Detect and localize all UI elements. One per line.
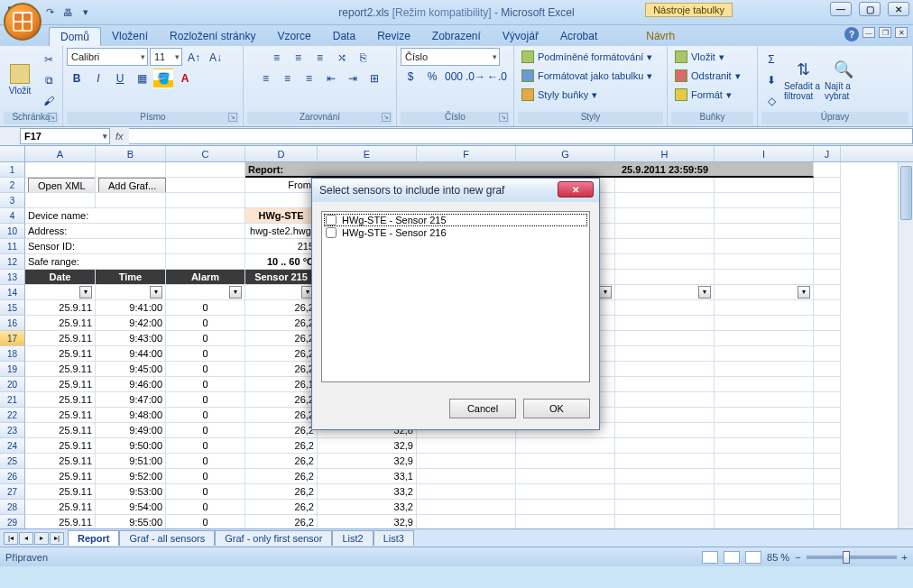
cell[interactable] <box>715 362 814 377</box>
cell[interactable] <box>417 469 516 484</box>
cell[interactable] <box>615 224 715 239</box>
cell[interactable] <box>615 178 715 193</box>
cell[interactable]: 9:49:00 <box>96 423 166 438</box>
row-header[interactable]: 18 <box>0 346 25 362</box>
cell[interactable] <box>516 469 615 484</box>
cell[interactable]: Device name: <box>25 208 166 224</box>
cell[interactable]: 0 <box>166 362 245 377</box>
cell[interactable]: 25.9.11 <box>25 346 96 362</box>
cell[interactable] <box>166 254 245 270</box>
cancel-button[interactable]: Cancel <box>449 399 516 418</box>
row-header[interactable]: 22 <box>0 408 25 423</box>
cell[interactable] <box>615 270 715 285</box>
cell[interactable]: Address: <box>25 224 166 239</box>
cell[interactable] <box>615 331 715 346</box>
cell[interactable] <box>715 392 814 408</box>
fill-color-icon[interactable]: 🪣 <box>153 69 173 88</box>
cell[interactable]: 9:55:00 <box>96 515 166 528</box>
cell[interactable]: 0 <box>166 469 245 484</box>
increase-indent-icon[interactable]: ⇥ <box>343 69 363 88</box>
row-header[interactable]: 29 <box>0 515 25 528</box>
cell[interactable] <box>615 408 715 423</box>
cell[interactable] <box>814 500 841 515</box>
cell[interactable] <box>814 239 841 254</box>
cell[interactable]: 33,2 <box>318 500 417 515</box>
open-xml-button[interactable]: Open XML <box>28 178 96 193</box>
cell[interactable]: Safe range: <box>25 254 166 270</box>
row-header[interactable]: 28 <box>0 500 25 515</box>
cell[interactable] <box>615 469 715 484</box>
qat-more-icon[interactable]: ▾ <box>78 5 94 21</box>
cell[interactable] <box>814 316 841 331</box>
row-header[interactable]: 13 <box>0 270 25 285</box>
row-header[interactable]: 24 <box>0 438 25 454</box>
align-right-icon[interactable]: ≡ <box>300 69 319 88</box>
cell[interactable]: 25.9.11 <box>25 377 96 392</box>
cell[interactable] <box>814 346 841 362</box>
add-graf-button[interactable]: Add Graf... <box>98 178 166 193</box>
column-header[interactable]: I <box>715 146 814 161</box>
cell[interactable]: 25.9.11 <box>25 423 96 438</box>
qat-print-icon[interactable]: 🖶 <box>60 5 76 21</box>
clear-icon[interactable]: ◇ <box>761 91 781 111</box>
cell[interactable] <box>25 162 96 178</box>
cell[interactable] <box>615 316 715 331</box>
filter-dropdown-icon[interactable]: ▾ <box>798 286 810 299</box>
sheet-nav-prev[interactable]: ◂ <box>19 532 33 545</box>
minimize-button[interactable]: — <box>830 2 852 16</box>
cell[interactable]: 25.9.11 <box>25 300 96 316</box>
page-break-view-icon[interactable] <box>745 551 761 564</box>
cell[interactable] <box>814 300 841 316</box>
bold-button[interactable]: B <box>67 69 87 88</box>
cell[interactable] <box>715 377 814 392</box>
zoom-in-button[interactable]: + <box>902 552 908 563</box>
cell[interactable] <box>615 362 715 377</box>
cell[interactable]: 0 <box>166 408 245 423</box>
ribbon-tab-rozložení stránky[interactable]: Rozložení stránky <box>159 27 266 46</box>
conditional-formatting-button[interactable]: Podmíněné formátování ▾ <box>518 48 656 66</box>
cell[interactable]: 26,2 <box>245 484 318 500</box>
align-center-icon[interactable]: ≡ <box>278 69 298 88</box>
row-header[interactable]: 17 <box>0 331 25 346</box>
qat-redo-icon[interactable]: ↷ <box>42 5 58 21</box>
cell[interactable]: Open XML <box>25 178 96 193</box>
cell[interactable]: 0 <box>166 377 245 392</box>
cell[interactable]: 0 <box>166 500 245 515</box>
cell[interactable]: 26,2 <box>245 316 318 331</box>
cell[interactable] <box>715 454 814 469</box>
cell[interactable]: Report: <box>245 162 318 178</box>
ribbon-tab-vývojář[interactable]: Vývojář <box>492 27 549 46</box>
format-as-table-button[interactable]: Formátovat jako tabulku ▾ <box>518 67 656 85</box>
cell[interactable]: 26,2 <box>245 423 318 438</box>
cell[interactable] <box>166 193 245 208</box>
sensor-list-item[interactable]: HWg-STE - Sensor 215 <box>324 214 587 226</box>
cell[interactable]: 26,2 <box>245 300 318 316</box>
shrink-font-icon[interactable]: A↓ <box>206 48 226 68</box>
cell[interactable] <box>318 162 417 178</box>
row-header[interactable]: 1 <box>0 162 25 178</box>
dialog-launcher-icon[interactable]: ↘ <box>499 113 508 122</box>
cell[interactable]: 25.9.2011 23:59:59 <box>615 162 715 178</box>
sensor-checkbox[interactable] <box>326 215 337 225</box>
cell[interactable] <box>814 423 841 438</box>
cell[interactable] <box>814 254 841 270</box>
format-painter-icon[interactable]: 🖌 <box>39 91 59 111</box>
ribbon-tab-acrobat[interactable]: Acrobat <box>549 27 608 46</box>
cell[interactable] <box>814 224 841 239</box>
format-cells-button[interactable]: Formát ▾ <box>671 86 735 104</box>
cell[interactable] <box>417 438 516 454</box>
cell[interactable] <box>814 484 841 500</box>
cell[interactable] <box>516 438 615 454</box>
cell[interactable] <box>814 515 841 528</box>
increase-decimal-icon[interactable]: .0→ <box>466 67 485 87</box>
number-format-combo[interactable]: Číslo <box>401 48 500 66</box>
cell[interactable]: 26,2 <box>245 469 318 484</box>
cell[interactable]: 9:46:00 <box>96 377 166 392</box>
font-color-icon[interactable]: A <box>175 69 195 88</box>
cell[interactable]: 0 <box>166 331 245 346</box>
cell[interactable]: 9:51:00 <box>96 454 166 469</box>
zoom-slider[interactable] <box>807 556 897 559</box>
cell[interactable]: 0 <box>166 454 245 469</box>
cell[interactable] <box>417 500 516 515</box>
wrap-text-icon[interactable]: ⎘ <box>354 48 374 68</box>
